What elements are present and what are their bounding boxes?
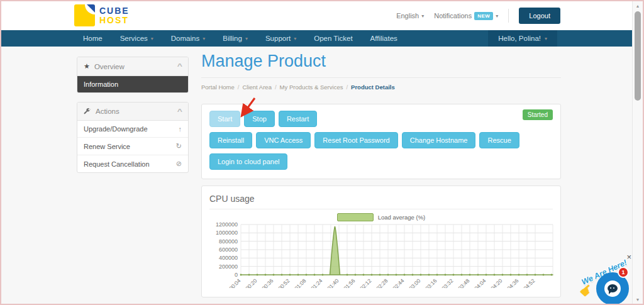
sidebar: ★ Overview ^ Information Actions ^ Upgra…	[77, 57, 189, 182]
sidebar-item-information[interactable]: Information	[77, 76, 188, 92]
user-menu-label: Hello, Polina!	[498, 35, 541, 42]
svg-text:11:04:52: 11:04:52	[517, 277, 536, 288]
change-hostname-button[interactable]: Change Hostname	[402, 132, 476, 148]
restart-button[interactable]: Restart	[279, 111, 317, 127]
logout-button[interactable]: Logout	[519, 8, 560, 24]
caret-down-icon: ▾	[545, 36, 547, 42]
svg-text:11:01:08: 11:01:08	[288, 277, 307, 288]
main-content: Manage Product Portal Home/Client Area/M…	[201, 52, 561, 305]
management-buttons-row: ReinstallVNC AccessReset Root PasswordCh…	[209, 132, 553, 148]
svg-text:11:02:12: 11:02:12	[353, 277, 372, 288]
actions-title: Actions	[96, 108, 119, 115]
language-label: English	[396, 12, 419, 19]
cpu-usage-card: CPU usage Load average (%) 0200000400000…	[201, 186, 561, 297]
chevron-up-icon: ^	[177, 63, 182, 70]
panel-buttons-row: Login to cloud panel	[209, 153, 553, 170]
breadcrumb-separator: /	[275, 84, 277, 91]
new-badge: NEW	[474, 12, 493, 20]
logo-line2: HOST	[99, 16, 130, 25]
cpu-usage-chart: 0200000400000600000800000100000012000001…	[209, 221, 553, 291]
svg-text:11:02:44: 11:02:44	[386, 277, 405, 288]
chart-legend: Load average (%)	[209, 213, 553, 221]
svg-text:11:03:48: 11:03:48	[452, 277, 470, 288]
language-dropdown[interactable]: English ▾	[396, 12, 424, 19]
login-to-cloud-panel-button[interactable]: Login to cloud panel	[209, 153, 287, 170]
svg-text:11:00:20: 11:00:20	[239, 277, 258, 288]
svg-text:11:04:20: 11:04:20	[484, 277, 503, 288]
nav-item-affiliates[interactable]: Affiliates	[362, 30, 406, 47]
nav-item-support[interactable]: Support▾	[257, 30, 305, 47]
sidebar-item-request-cancellation[interactable]: Request Cancellation⊘	[77, 155, 188, 172]
breadcrumb-separator: /	[346, 84, 348, 91]
svg-text:11:03:32: 11:03:32	[435, 277, 454, 288]
svg-text:400000: 400000	[219, 255, 238, 261]
vnc-access-button[interactable]: VNC Access	[256, 132, 311, 148]
caret-down-icon: ▾	[496, 13, 498, 19]
logo-line1: CUBE	[99, 6, 130, 15]
breadcrumb-my-products-services[interactable]: My Products & Services	[280, 84, 343, 91]
reinstall-button[interactable]: Reinstall	[209, 132, 252, 148]
svg-text:600000: 600000	[219, 247, 238, 253]
close-icon[interactable]: ×	[626, 253, 631, 261]
scrollbar-thumb[interactable]	[635, 11, 641, 101]
caret-down-icon: ▾	[294, 36, 296, 42]
overview-panel: ★ Overview ^ Information	[77, 57, 189, 93]
overview-section-header[interactable]: ★ Overview ^	[77, 57, 188, 76]
caret-down-icon: ▾	[203, 36, 205, 42]
main-nav: HomeServices▾Domains▾Billing▾Support▾Ope…	[1, 30, 633, 47]
breadcrumb: Portal Home/Client Area/My Products & Se…	[201, 84, 561, 91]
reset-root-password-button[interactable]: Reset Root Password	[314, 132, 397, 148]
overview-title: Overview	[94, 63, 125, 70]
chart-title: CPU usage	[209, 194, 553, 209]
svg-text:0: 0	[235, 272, 238, 278]
stop-button[interactable]: Stop	[244, 111, 275, 127]
scrollbar[interactable]: ▲ ▼	[632, 1, 643, 304]
svg-text:11:01:56: 11:01:56	[337, 277, 356, 288]
svg-text:1200000: 1200000	[216, 221, 238, 228]
wrench-icon	[84, 108, 91, 115]
notifications-label: Notifications	[434, 12, 472, 19]
nav-item-domains[interactable]: Domains▾	[162, 30, 214, 47]
chevron-up-icon: ^	[177, 108, 182, 115]
scroll-down-icon[interactable]: ▼	[633, 295, 643, 304]
chat-widget[interactable]: × We Are Here! 1 ☛	[579, 252, 636, 304]
svg-text:11:04:04: 11:04:04	[468, 277, 487, 288]
svg-text:11:02:28: 11:02:28	[370, 277, 389, 288]
breadcrumb-portal-home[interactable]: Portal Home	[201, 84, 235, 91]
cancel-icon: ⊘	[176, 160, 182, 168]
page-title: Manage Product	[201, 52, 561, 78]
star-icon: ★	[84, 62, 90, 70]
sidebar-item-renew-service[interactable]: Renew Service↻	[77, 138, 188, 155]
actions-panel: Actions ^ Upgrade/Downgrade↑Renew Servic…	[77, 102, 189, 173]
svg-text:11:04:36: 11:04:36	[501, 277, 519, 288]
nav-item-open-ticket[interactable]: Open Ticket	[305, 30, 361, 47]
sidebar-item-upgrade-downgrade[interactable]: Upgrade/Downgrade↑	[77, 121, 188, 138]
scroll-up-icon[interactable]: ▲	[633, 1, 643, 10]
svg-text:200000: 200000	[219, 263, 238, 270]
user-menu[interactable]: Hello, Polina! ▾	[488, 30, 557, 47]
breadcrumb-product-details: Product Details	[351, 84, 395, 91]
cube-host-logo-icon	[74, 4, 95, 26]
header: CUBE HOST English ▾ Notifications NEW ▾ …	[1, 1, 633, 30]
logo[interactable]: CUBE HOST	[74, 4, 130, 26]
svg-text:1000000: 1000000	[216, 230, 238, 236]
notifications-dropdown[interactable]: Notifications NEW ▾	[434, 12, 498, 20]
divider	[508, 9, 509, 23]
actions-section-header[interactable]: Actions ^	[77, 103, 188, 121]
svg-text:11:00:52: 11:00:52	[272, 277, 291, 288]
legend-label: Load average (%)	[378, 214, 426, 221]
power-buttons-row: StartStopRestart	[209, 111, 553, 127]
nav-item-billing[interactable]: Billing▾	[214, 30, 257, 47]
renew-icon: ↻	[176, 142, 182, 150]
rescue-button[interactable]: Rescue	[479, 132, 519, 148]
status-badge: Started	[523, 109, 553, 120]
nav-item-home[interactable]: Home	[74, 30, 111, 47]
svg-text:11:01:24: 11:01:24	[304, 277, 323, 288]
page: CUBE HOST English ▾ Notifications NEW ▾ …	[0, 0, 644, 305]
notification-count-badge: 1	[618, 267, 629, 278]
action-items: Upgrade/Downgrade↑Renew Service↻Request …	[77, 121, 188, 172]
svg-text:11:00:36: 11:00:36	[255, 277, 274, 288]
start-button[interactable]: Start	[209, 111, 240, 127]
nav-item-services[interactable]: Services▾	[111, 30, 162, 47]
breadcrumb-client-area[interactable]: Client Area	[242, 84, 271, 91]
